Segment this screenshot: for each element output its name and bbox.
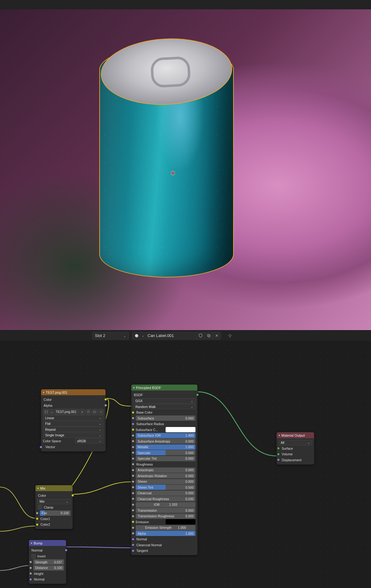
socket-in[interactable]: [132, 457, 134, 460]
node-mix-rgb[interactable]: ▾ Mix Color Mix Clamp Fac0.156 Color1 Co…: [35, 485, 73, 529]
fac-slider[interactable]: Fac0.156: [40, 510, 71, 516]
socket-normal-in[interactable]: [132, 538, 134, 541]
subsurface-color-swatch[interactable]: [166, 427, 195, 432]
metallic-slider[interactable]: Metallic1.000: [136, 444, 195, 450]
socket-in[interactable]: [132, 474, 134, 477]
socket-color1-in[interactable]: [36, 517, 39, 520]
material-browse-button[interactable]: [132, 332, 141, 339]
image-users-button[interactable]: ○: [79, 409, 85, 415]
socket-height-in[interactable]: [29, 572, 32, 575]
distribution-select[interactable]: GGX: [133, 398, 195, 404]
projection-select[interactable]: Flat: [43, 421, 104, 426]
node-bump[interactable]: ▾ Bump Normal Invert Strength0.037 Dista…: [29, 540, 66, 584]
socket-sss-color-in[interactable]: [132, 428, 134, 431]
strength-slider[interactable]: Strength0.037: [33, 559, 64, 565]
colorspace-select[interactable]: sRGB: [75, 438, 104, 443]
socket-in[interactable]: [132, 509, 134, 512]
socket-normal-in[interactable]: [29, 578, 32, 581]
node-header[interactable]: ▾ TEST.png.001: [41, 389, 106, 395]
anisotropic-slider[interactable]: Anisotropic0.000: [136, 467, 195, 473]
socket-alpha-out[interactable]: [104, 404, 107, 407]
node-header[interactable]: ▾ Principled BSDF: [131, 385, 197, 391]
socket-in[interactable]: [132, 469, 134, 472]
socket-in[interactable]: [132, 440, 134, 443]
socket-in[interactable]: [132, 526, 134, 529]
socket-basecolor-in[interactable]: [132, 411, 134, 414]
sss-ior-slider[interactable]: Subsurface IOR1.400: [136, 433, 195, 438]
image-close-button[interactable]: [98, 409, 104, 415]
socket-emission-in[interactable]: [132, 520, 134, 523]
socket-surface-in[interactable]: [277, 447, 280, 450]
transmission-rough-slider[interactable]: Transmission Roughness0.000: [136, 514, 195, 519]
image-name-field[interactable]: TEST.png.001: [54, 409, 79, 415]
blend-mode-select[interactable]: Mix: [37, 499, 71, 504]
material-slot-select[interactable]: Slot 2: [92, 332, 129, 339]
socket-fac-in[interactable]: [36, 512, 39, 514]
emission-strength-slider[interactable]: Emission Strength1.000: [136, 525, 195, 530]
ior-slider[interactable]: IOR1.333: [136, 502, 195, 507]
sss-method-select[interactable]: Random Walk: [133, 404, 195, 409]
socket-in[interactable]: [132, 515, 134, 518]
image-browse-button[interactable]: [43, 409, 49, 415]
socket-clearcoat-normal-in[interactable]: [132, 543, 134, 546]
invert-checkbox[interactable]: Invert: [31, 554, 63, 559]
new-material-button[interactable]: [205, 332, 213, 339]
subsurface-slider[interactable]: Subsurface0.000: [136, 415, 195, 421]
specular-tint-slider[interactable]: Specular Tint0.000: [136, 456, 195, 461]
socket-tangent-in[interactable]: [132, 549, 134, 552]
node-header[interactable]: ▾ Material Output: [277, 432, 314, 438]
socket-color-out[interactable]: [104, 398, 107, 401]
node-image-texture[interactable]: ▾ TEST.png.001 Color Alpha TEST.png.001 …: [41, 389, 106, 452]
unlink-material-button[interactable]: [213, 332, 221, 339]
node-header[interactable]: ▾ Mix: [35, 485, 73, 491]
socket-in[interactable]: [132, 486, 134, 489]
socket-roughness-in[interactable]: [132, 463, 134, 466]
socket-normal-out[interactable]: [65, 549, 68, 552]
sss-aniso-slider[interactable]: Subsurface Anisotropy0.000: [136, 439, 195, 444]
alpha-slider[interactable]: Alpha1.000: [136, 531, 195, 536]
socket-color2-in[interactable]: [36, 523, 39, 526]
socket-volume-in[interactable]: [277, 453, 280, 456]
socket-sss-radius-in[interactable]: [132, 423, 134, 425]
sheen-slider[interactable]: Sheen0.000: [136, 479, 195, 484]
socket-in[interactable]: [132, 532, 134, 535]
clearcoat-rough-slider[interactable]: Clearcoat Roughness0.030: [136, 496, 195, 501]
target-select[interactable]: All: [279, 440, 312, 445]
node-principled-bsdf[interactable]: ▾ Principled BSDF BSDF GGX Random Walk B…: [131, 384, 198, 555]
node-editor-canvas[interactable]: ▾ TEST.png.001 Color Alpha TEST.png.001 …: [0, 341, 371, 588]
specular-slider[interactable]: Specular0.500: [136, 450, 195, 455]
image-unlink-button[interactable]: [86, 409, 91, 415]
socket-in[interactable]: [132, 480, 134, 483]
pin-button[interactable]: [226, 332, 234, 339]
clamp-checkbox[interactable]: Clamp: [38, 505, 70, 510]
aniso-rot-slider[interactable]: Anisotropic Rotation0.000: [136, 473, 195, 478]
interpolation-select[interactable]: Linear: [43, 415, 104, 420]
socket-in[interactable]: [132, 451, 134, 454]
emission-color-swatch[interactable]: [166, 519, 195, 524]
socket-in[interactable]: [132, 434, 134, 437]
clearcoat-slider[interactable]: Clearcoat0.000: [136, 491, 195, 496]
socket-color-out[interactable]: [71, 494, 74, 497]
fake-user-button[interactable]: [197, 332, 205, 339]
image-browse-chevron[interactable]: [50, 409, 54, 415]
source-select[interactable]: Single Image: [43, 433, 104, 438]
socket-bsdf-out[interactable]: [196, 393, 199, 396]
node-header[interactable]: ▾ Bump: [29, 540, 66, 546]
image-open-button[interactable]: [92, 409, 97, 415]
socket-in[interactable]: [132, 446, 134, 448]
transmission-slider[interactable]: Transmission0.000: [136, 508, 195, 513]
socket-vector-in[interactable]: [40, 446, 42, 448]
viewport-3d[interactable]: [0, 9, 371, 330]
extension-select[interactable]: Repeat: [43, 427, 104, 432]
socket-displacement-in[interactable]: [277, 458, 280, 461]
material-browse-chevron[interactable]: [141, 332, 145, 339]
socket-in[interactable]: [132, 492, 134, 495]
socket-distance-in[interactable]: [29, 567, 32, 569]
socket-in[interactable]: [132, 497, 134, 500]
node-material-output[interactable]: ▾ Material Output All Surface Volume Dis…: [276, 432, 314, 465]
sheen-tint-slider[interactable]: Sheen Tint0.500: [136, 485, 195, 490]
material-name-field[interactable]: Can Label.001: [145, 332, 197, 339]
socket-in[interactable]: [132, 417, 134, 420]
distance-slider[interactable]: Distance0.100: [33, 565, 64, 571]
socket-in[interactable]: [132, 503, 134, 506]
